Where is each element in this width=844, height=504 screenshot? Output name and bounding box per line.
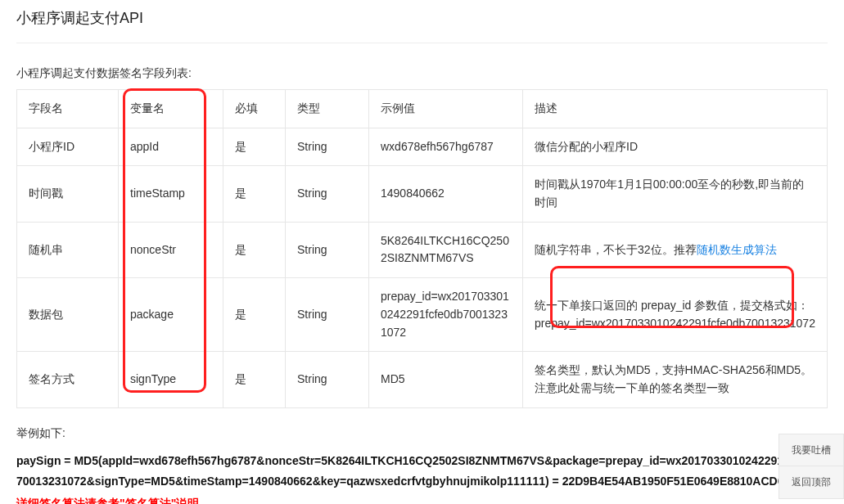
cell-desc: 微信分配的小程序ID [523,128,828,166]
th-example: 示例值 [369,90,523,128]
cell-type: String [286,166,369,222]
table-row: 数据包 package 是 String prepay_id=wx2017033… [17,278,828,352]
cell-var: timeStamp [119,166,223,222]
th-desc: 描述 [523,90,828,128]
cell-required: 是 [223,352,286,407]
cell-example: 1490840662 [369,166,523,222]
table-header-row: 字段名 变量名 必填 类型 示例值 描述 [17,90,828,128]
page-title: 小程序调起支付API [16,0,828,43]
cell-desc: 时间戳从1970年1月1日00:00:00至今的秒数,即当前的时间 [523,166,828,222]
cell-desc: 随机字符串，不长于32位。推荐随机数生成算法 [523,222,828,277]
cell-example: wxd678efh567hg6787 [369,128,523,166]
cell-required: 是 [223,278,286,352]
cell-example: prepay_id=wx2017033010242291fcfe0db70013… [369,278,523,352]
cell-field: 签名方式 [17,352,119,407]
algo-suffix: "说明 [171,497,200,504]
th-field: 字段名 [17,90,119,128]
back-to-top-button[interactable]: 返回顶部 [779,466,844,499]
paysign-example: paySign = MD5(appId=wxd678efh567hg6787&n… [16,451,828,492]
cell-type: String [286,222,369,277]
th-type: 类型 [286,90,369,128]
cell-required: 是 [223,222,286,277]
cell-var: signType [119,352,223,407]
cell-var: nonceStr [119,222,223,277]
cell-example: 5K8264ILTKCH16CQ2502SI8ZNMTM67VS [369,222,523,277]
sign-algo-link[interactable]: 签名算法 [125,497,171,504]
algo-note: 详细签名算法请参考"签名算法"说明 [16,497,828,504]
cell-desc: 签名类型，默认为MD5，支持HMAC-SHA256和MD5。注意此处需与统一下单… [523,352,828,407]
th-required: 必填 [223,90,286,128]
cell-field: 数据包 [17,278,119,352]
side-actions: 我要吐槽 返回顶部 [779,434,844,499]
cell-type: String [286,128,369,166]
desc-text: 随机字符串，不长于32位。推荐 [535,243,697,256]
table-row: 时间戳 timeStamp 是 String 1490840662 时间戳从19… [17,166,828,222]
table-row: 随机串 nonceStr 是 String 5K8264ILTKCH16CQ25… [17,222,828,277]
cell-type: String [286,278,369,352]
cell-type: String [286,352,369,407]
cell-field: 小程序ID [17,128,119,166]
cell-var: appId [119,128,223,166]
cell-field: 随机串 [17,222,119,277]
cell-var: package [119,278,223,352]
table-caption: 小程序调起支付数据签名字段列表: [16,66,828,81]
example-label: 举例如下: [16,426,828,441]
cell-required: 是 [223,166,286,222]
table-row: 签名方式 signType 是 String MD5 签名类型，默认为MD5，支… [17,352,828,407]
cell-desc: 统一下单接口返回的 prepay_id 参数值，提交格式如：prepay_id=… [523,278,828,352]
cell-required: 是 [223,128,286,166]
random-algo-link[interactable]: 随机数生成算法 [697,243,777,256]
signature-fields-table: 字段名 变量名 必填 类型 示例值 描述 小程序ID appId 是 Strin… [16,89,828,408]
cell-example: MD5 [369,352,523,407]
algo-prefix: 详细签名算法请参考" [16,497,125,504]
table-row: 小程序ID appId 是 String wxd678efh567hg6787 … [17,128,828,166]
feedback-button[interactable]: 我要吐槽 [779,434,844,466]
th-var: 变量名 [119,90,223,128]
cell-field: 时间戳 [17,166,119,222]
